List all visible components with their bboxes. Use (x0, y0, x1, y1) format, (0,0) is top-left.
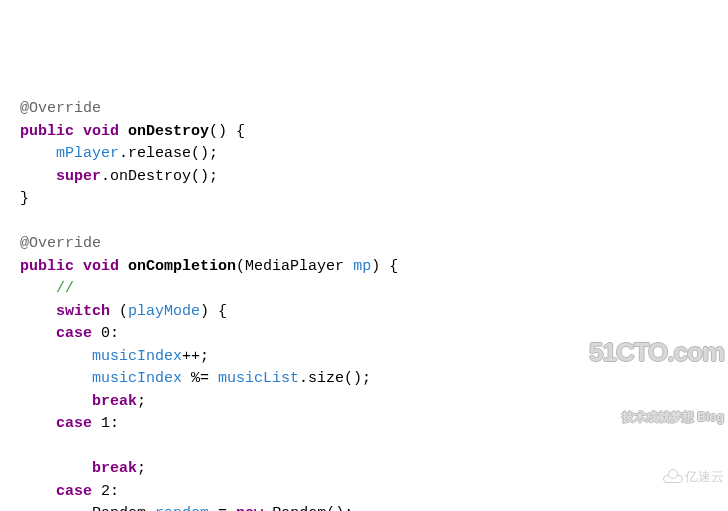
comment-line: // (56, 280, 74, 297)
ctor-random: Random (272, 505, 326, 511)
num-2: 2 (101, 483, 110, 500)
inc-op: ++; (182, 348, 209, 365)
mod-eq: %= (191, 370, 209, 387)
annotation-override-1: @Override (20, 100, 101, 117)
method-oncompletion: onCompletion (128, 258, 236, 275)
num-1: 1 (101, 415, 110, 432)
kw-case-1: case (56, 415, 92, 432)
method-ondestroy: onDestroy (128, 123, 209, 140)
kw-break-1: break (92, 460, 137, 477)
kw-void-2: void (83, 258, 119, 275)
open-paren: ( (236, 258, 245, 275)
var-random-decl: random (155, 505, 209, 511)
colon-1: : (110, 415, 119, 432)
call-size-1: .size(); (299, 370, 371, 387)
kw-case-2: case (56, 483, 92, 500)
ctor-call: (); (326, 505, 353, 511)
param-mp: mp (353, 258, 371, 275)
open-paren-2: ( (119, 303, 128, 320)
kw-switch: switch (56, 303, 110, 320)
colon-2: : (110, 483, 119, 500)
semi-1: ; (137, 460, 146, 477)
colon-0: : (110, 325, 119, 342)
var-musicindex-1: musicIndex (92, 348, 182, 365)
eq-1: = (218, 505, 227, 511)
semi-0: ; (137, 393, 146, 410)
kw-new: new (236, 505, 263, 511)
var-playmode: playMode (128, 303, 200, 320)
kw-break-0: break (92, 393, 137, 410)
paren-brace-2: ) { (371, 258, 398, 275)
var-musicindex-2: musicIndex (92, 370, 182, 387)
kw-public-1: public (20, 123, 74, 140)
annotation-override-2: @Override (20, 235, 101, 252)
var-musiclist-1: musicList (218, 370, 299, 387)
call-release: .release(); (119, 145, 218, 162)
code-block: @Override public void onDestroy() { mPla… (20, 98, 708, 511)
paren-brace-1: () { (209, 123, 245, 140)
type-random: Random (92, 505, 146, 511)
paren-brace-3: ) { (200, 303, 227, 320)
type-mediaplayer: MediaPlayer (245, 258, 344, 275)
kw-case-0: case (56, 325, 92, 342)
call-ondestroy: .onDestroy(); (101, 168, 218, 185)
kw-void-1: void (83, 123, 119, 140)
close-brace-1: } (20, 190, 29, 207)
var-mplayer: mPlayer (56, 145, 119, 162)
num-0: 0 (101, 325, 110, 342)
kw-super: super (56, 168, 101, 185)
kw-public-2: public (20, 258, 74, 275)
